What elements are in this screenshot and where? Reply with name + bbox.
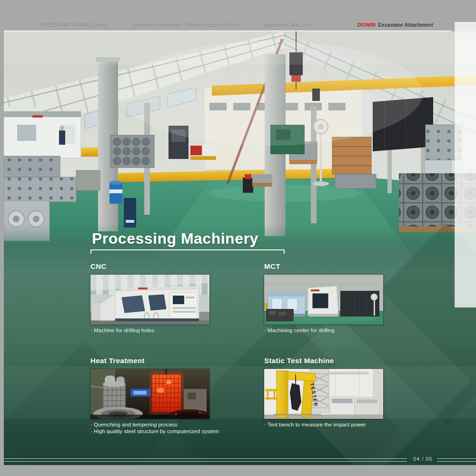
caption-line: · High quality steel structure by comput…: [90, 428, 233, 435]
card-captions: · Quenching and tempering process · High…: [90, 421, 233, 435]
footer-rule-right: [437, 458, 476, 462]
header: DWCS-DWCP-DWQ Series · Ordering Informat…: [0, 22, 476, 30]
card-label-cnc: CNC: [90, 262, 107, 270]
card-label-heat-treatment: Heat Treatment: [90, 357, 145, 365]
processing-machinery-section: Processing Machinery CNC: [4, 224, 476, 465]
card-label-mct: MCT: [264, 262, 280, 270]
brand-suffix: Excavator Attachment: [378, 22, 433, 28]
static-test-illustration: TESTER: [264, 369, 383, 419]
heat-treatment-photo: [90, 369, 209, 419]
light-band: [4, 367, 476, 419]
card-captions: · Machine for drilling holes: [90, 327, 233, 334]
cnc-photo: [90, 275, 209, 325]
brochure-page: { "page": {"background": "#a7a9a8"}, "he…: [0, 0, 476, 476]
card-captions: · Machining center for drilling: [264, 327, 407, 334]
section-title: Processing Machinery: [92, 230, 258, 248]
cnc-illustration: [90, 275, 209, 325]
mct-photo: [264, 275, 383, 325]
card-label-static-test: Static Test Machine: [264, 357, 334, 365]
top-haze: [4, 31, 476, 65]
heat-treatment-illustration: [90, 369, 209, 419]
static-test-photo: TESTER: [264, 369, 383, 419]
footer-rule-left: [4, 458, 407, 462]
page-number: 04 / 05: [413, 456, 433, 462]
caption-line: · Machining center for drilling: [264, 327, 407, 334]
title-underline-tick: [90, 249, 91, 254]
brand-name: DOWIN: [357, 22, 376, 28]
title-underline-tick: [284, 249, 285, 254]
nav-separator: ·: [119, 22, 121, 28]
caption-line: · Machine for drilling holes: [90, 327, 233, 334]
nav-item-applicable[interactable]: Applicable Machine: [264, 22, 311, 28]
right-edge-overlay: [455, 22, 476, 307]
brand: DOWIN Excavator Attachment: [357, 22, 433, 28]
header-nav: DWCS-DWCP-DWQ Series · Ordering Informat…: [41, 22, 311, 28]
caption-line: · Quenching and tempering process: [90, 421, 233, 428]
title-underline: [90, 249, 285, 250]
mct-illustration: [264, 275, 383, 325]
nav-item-ordering[interactable]: Ordering Information / Dealer Support Po…: [132, 22, 239, 28]
nav-separator: ·: [251, 22, 253, 28]
caption-line: · Test bench to measure the impact power: [264, 421, 407, 428]
card-captions: · Test bench to measure the impact power: [264, 421, 407, 428]
nav-item-series[interactable]: DWCS-DWCP-DWQ Series: [41, 22, 108, 28]
